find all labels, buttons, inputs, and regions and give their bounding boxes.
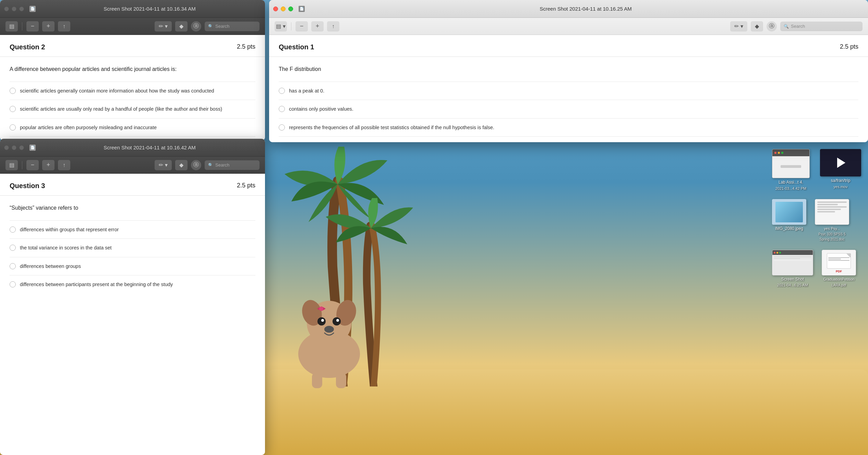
question-text-q1: The F distribution (279, 65, 858, 73)
minimize-button-q1[interactable] (281, 7, 286, 11)
question-title-q3: Question 3 (10, 182, 45, 190)
radio-q3-4[interactable] (10, 281, 16, 287)
zoom-in-q1[interactable]: + (311, 21, 324, 32)
radio-q1-3[interactable] (279, 124, 285, 131)
annotate-q2[interactable]: ⓐ (191, 21, 201, 32)
file-item-pdf[interactable]: PDF GraduationPetition LARA.pdf (822, 250, 856, 287)
markup-q3[interactable]: ◆ (175, 160, 188, 170)
pen-q1[interactable]: ✏ ▾ (730, 21, 747, 32)
file-date-lab: 2021-03...4.42 PM (775, 186, 807, 190)
pen-q3[interactable]: ✏ ▾ (155, 160, 172, 170)
question-pts-q3: 2.5 pts (237, 182, 255, 189)
file-sublabel-spss: Psyc 320 SPSS 5 (819, 232, 846, 236)
search-placeholder-q2: Search (215, 24, 229, 29)
option-label-q2-2: scientific articles are usually only rea… (20, 106, 222, 112)
file-label-lab: Lab Assi...t 4. (779, 180, 803, 185)
option-q3-1[interactable]: differences within groups that represent… (10, 220, 255, 238)
share-q2[interactable]: ↑ (58, 21, 70, 32)
annotate-q3[interactable]: ⓐ (191, 160, 201, 170)
close-button-q1[interactable] (273, 7, 278, 11)
radio-q2-1[interactable] (10, 88, 16, 94)
radio-q2-3[interactable] (10, 124, 16, 131)
option-q2-3[interactable]: popular articles are often purposely mis… (10, 118, 255, 136)
minimize-button-q2[interactable] (12, 7, 16, 11)
sidebar-toggle-q2[interactable]: ▤ (5, 21, 18, 32)
svg-rect-11 (336, 373, 346, 388)
zoom-out-q3[interactable]: − (26, 160, 39, 170)
search-bar-q2[interactable]: 🔍 Search (205, 22, 260, 31)
window-question1: 📄 Screen Shot 2021-04-11 at 10.16.25 AM … (269, 0, 868, 142)
svg-rect-10 (312, 373, 322, 388)
option-label-q1-2: contains only positive values. (289, 106, 353, 112)
question-body-q3: “Subjects” variance refers to difference… (0, 196, 265, 302)
radio-q3-1[interactable] (10, 226, 16, 233)
zoom-in-q3[interactable]: + (42, 160, 55, 170)
radio-q1-2[interactable] (279, 106, 285, 112)
search-icon-q2: 🔍 (208, 24, 213, 29)
radio-q3-3[interactable] (10, 263, 16, 269)
search-icon-q1: 🔍 (784, 24, 789, 29)
file-extra-spss: Spring 2021.doc (820, 237, 845, 241)
share-q3[interactable]: ↑ (58, 160, 70, 170)
close-button-q2[interactable] (4, 7, 9, 11)
file-label-video: sa/fran/trip (831, 178, 851, 183)
fullscreen-button-q1[interactable] (288, 7, 293, 11)
sidebar-toggle-q3[interactable]: ▤ (5, 160, 18, 170)
markup-q2[interactable]: ◆ (175, 21, 188, 32)
doc-icon-q1: 📄 (299, 6, 305, 12)
question-text-q2: A difference between popular articles an… (10, 65, 255, 73)
option-q2-2[interactable]: scientific articles are usually only rea… (10, 100, 255, 118)
traffic-lights-q1 (273, 7, 293, 11)
pen-q2[interactable]: ✏ ▾ (155, 21, 172, 32)
file-item-spss[interactable]: yes Psy... Psyc 320 SPSS 5 Spring 2021.d… (815, 199, 849, 241)
search-icon-q3: 🔍 (208, 163, 213, 168)
question-pts-q1: 2.5 pts (840, 43, 858, 50)
question-text-q3: “Subjects” variance refers to (10, 204, 255, 212)
option-q1-2[interactable]: contains only positive values. (279, 100, 858, 118)
svg-point-9 (319, 307, 323, 311)
file-item-lab[interactable]: Lab Assi...t 4. 2021-03...4.42 PM (772, 149, 810, 190)
content-q1[interactable]: Question 1 2.5 pts The F distribution ha… (269, 35, 868, 142)
fullscreen-button-q3[interactable] (19, 145, 24, 150)
zoom-in-q2[interactable]: + (42, 21, 55, 32)
option-q3-3[interactable]: differences between groups (10, 257, 255, 275)
option-q1-3[interactable]: represents the frequencies of all possib… (279, 118, 858, 136)
file-item-img[interactable]: IMG_2080.jpeg (772, 199, 806, 231)
question-header-q2: Question 2 2.5 pts (0, 35, 265, 57)
close-button-q3[interactable] (4, 145, 9, 150)
question-header-q1: Question 1 2.5 pts (269, 35, 868, 57)
question-header-q3: Question 3 2.5 pts (0, 174, 265, 196)
sidebar-toggle-q1[interactable]: ▤ ▾ (275, 21, 287, 32)
option-q3-2[interactable]: the total variance in scores in the data… (10, 238, 255, 257)
svg-point-4 (317, 317, 326, 325)
option-q1-4[interactable]: is symmetrical. (279, 136, 858, 142)
search-bar-q3[interactable]: 🔍 Search (205, 160, 260, 170)
zoom-out-q1[interactable]: − (296, 21, 308, 32)
file-item-screenshot[interactable]: Screen Shot 2021-04...6.25 AM (772, 250, 813, 287)
window-title-q3: Screen Shot 2021-04-11 at 10.16.42 AM (38, 145, 261, 150)
search-bar-q1[interactable]: 🔍 Search (780, 22, 863, 31)
question-title-q1: Question 1 (279, 43, 314, 51)
zoom-out-q2[interactable]: − (26, 21, 39, 32)
fullscreen-button-q2[interactable] (19, 7, 24, 11)
content-q3[interactable]: Question 3 2.5 pts “Subjects” variance r… (0, 174, 265, 455)
minimize-button-q3[interactable] (12, 145, 16, 150)
file-item-video[interactable]: sa/fran/trip yes.mov (820, 149, 861, 189)
markup-q1[interactable]: ◆ (751, 21, 763, 32)
radio-q3-2[interactable] (10, 245, 16, 251)
option-q2-1[interactable]: scientific articles generally contain mo… (10, 82, 255, 100)
svg-rect-12 (342, 361, 351, 367)
file-label-screenshot2: Screen Shot (781, 277, 804, 282)
traffic-lights-q2 (4, 7, 24, 11)
question-title-q2: Question 2 (10, 43, 45, 51)
option-q3-4[interactable]: differences between participants present… (10, 275, 255, 293)
content-q2[interactable]: Question 2 2.5 pts A difference between … (0, 35, 265, 140)
option-q1-1[interactable]: has a peak at 0. (279, 82, 858, 100)
radio-q1-1[interactable] (279, 88, 285, 94)
radio-q2-2[interactable] (10, 106, 16, 112)
option-label-q1-3: represents the frequencies of all possib… (289, 124, 494, 131)
toolbar-q2: ▤ − + ↑ ✏ ▾ ◆ ⓐ 🔍 Search (0, 18, 265, 35)
annotate-q1[interactable]: ⓐ (767, 21, 777, 32)
doc-icon-q3: 📄 (29, 145, 36, 151)
share-q1[interactable]: ↑ (327, 21, 339, 32)
